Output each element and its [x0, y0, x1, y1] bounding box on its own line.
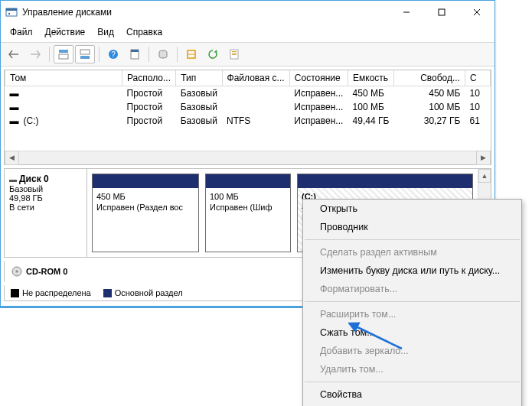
svg-rect-1 [6, 8, 17, 11]
col-fs[interactable]: Файловая с... [222, 70, 289, 86]
drive-icon: ▬ [10, 102, 24, 112]
table-row[interactable]: ▬(C:) Простой Базовый NTFS Исправен... 4… [5, 114, 491, 128]
help-button[interactable]: ? [103, 45, 123, 63]
volume-list-pane: Том Располо... Тип Файловая с... Состоян… [4, 70, 491, 165]
table-row[interactable]: ▬ Простой Базовый Исправен... 450 МБ 450… [5, 86, 491, 100]
back-button[interactable] [4, 45, 24, 63]
menu-action[interactable]: Действие [41, 25, 90, 39]
col-state[interactable]: Состояние [289, 70, 348, 86]
forward-button[interactable] [25, 45, 45, 63]
ctx-open[interactable]: Открыть [303, 200, 521, 218]
disk-list-button[interactable] [153, 45, 173, 63]
maximize-button[interactable] [424, 1, 459, 24]
svg-rect-10 [80, 56, 90, 59]
window-title: Управление дисками [22, 7, 389, 18]
svg-rect-9 [80, 50, 90, 54]
context-menu: Открыть Проводник Сделать раздел активны… [302, 199, 522, 308]
cdrom-icon [11, 265, 23, 278]
col-type[interactable]: Тип [176, 70, 222, 86]
volume-table[interactable]: Том Располо... Тип Файловая с... Состоян… [5, 70, 491, 151]
legend-swatch-unallocated [11, 289, 19, 297]
svg-rect-14 [131, 50, 139, 52]
col-layout[interactable]: Располо... [122, 70, 176, 86]
scroll-right-icon[interactable]: ▶ [476, 151, 491, 165]
svg-point-2 [8, 13, 10, 15]
action-button[interactable] [181, 45, 201, 63]
window-controls [389, 1, 494, 24]
cdrom-label[interactable]: CD-ROM 0 [26, 267, 67, 276]
menubar: Файл Действие Вид Справка [1, 24, 494, 42]
svg-rect-18 [232, 51, 237, 52]
legend-swatch-primary [103, 289, 112, 297]
ctx-extend: Расширить том... [303, 305, 521, 308]
col-free[interactable]: Свобод... [394, 70, 465, 86]
ctx-format: Форматировать... [303, 280, 521, 298]
disk-icon: ▬ [9, 175, 17, 184]
scroll-up-icon[interactable]: ▲ [478, 169, 491, 183]
toolbar: ? [1, 42, 494, 67]
ctx-change-letter[interactable]: Изменить букву диска или путь к диску... [303, 261, 521, 280]
table-row[interactable]: ▬ Простой Базовый Исправен... 100 МБ 100… [5, 100, 491, 114]
view-top-button[interactable] [54, 45, 73, 63]
close-button[interactable] [459, 1, 494, 24]
svg-rect-20 [232, 54, 237, 55]
scroll-left-icon[interactable]: ◀ [5, 151, 19, 165]
view-bottom-button[interactable] [75, 45, 95, 63]
svg-text:?: ? [111, 50, 116, 59]
partition-efi[interactable]: 100 МБ Исправен (Шиф [205, 174, 291, 252]
col-volume[interactable]: Том [5, 70, 122, 86]
ctx-make-active: Сделать раздел активным [303, 243, 521, 261]
svg-rect-8 [59, 54, 68, 59]
disk-label[interactable]: ▬ Диск 0 Базовый 49,98 ГБ В сети [5, 169, 87, 257]
col-capacity[interactable]: Емкость [348, 70, 394, 86]
app-icon [5, 6, 18, 18]
titlebar[interactable]: Управление дисками [1, 1, 494, 24]
svg-rect-4 [439, 9, 445, 15]
svg-point-22 [16, 270, 18, 272]
properties-button[interactable] [224, 45, 244, 63]
refresh-button[interactable] [203, 45, 223, 63]
h-scrollbar[interactable]: ◀ ▶ [5, 151, 491, 164]
ctx-explorer[interactable]: Проводник [303, 218, 521, 236]
menu-help[interactable]: Справка [122, 25, 167, 39]
menu-view[interactable]: Вид [93, 25, 119, 39]
minimize-button[interactable] [389, 1, 424, 24]
drive-icon: ▬ [10, 115, 24, 126]
drive-icon: ▬ [10, 88, 24, 99]
svg-rect-19 [232, 53, 237, 54]
svg-rect-7 [59, 50, 68, 53]
menu-file[interactable]: Файл [5, 25, 38, 39]
partition-recovery[interactable]: 450 МБ Исправен (Раздел вос [92, 174, 199, 252]
settings-button[interactable] [125, 45, 145, 63]
col-pct[interactable]: С [465, 70, 491, 86]
